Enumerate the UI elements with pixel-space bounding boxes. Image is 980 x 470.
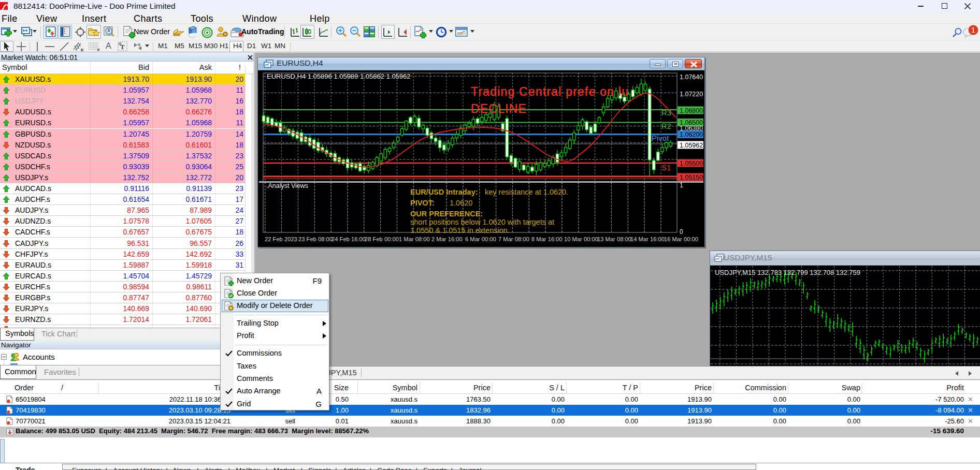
svg-text:key resistance at 1.0620.: key resistance at 1.0620. xyxy=(485,188,568,196)
svg-text:14 Mar 16:00: 14 Mar 16:00 xyxy=(630,236,665,242)
svg-text:1: 1 xyxy=(680,182,683,189)
svg-text:28 Feb 00:00: 28 Feb 00:00 xyxy=(365,236,399,242)
svg-text:short positions below 1.0620 w: short positions below 1.0620 with target… xyxy=(410,218,554,226)
svg-text:OUR PREFERENCE:: OUR PREFERENCE: xyxy=(410,210,483,218)
svg-text:PIVOT:: PIVOT: xyxy=(410,199,435,207)
svg-text:24 Feb 16:00: 24 Feb 16:00 xyxy=(332,236,366,242)
svg-text:R3: R3 xyxy=(661,108,671,117)
svg-text:S1: S1 xyxy=(661,163,671,172)
svg-text:1.06200: 1.06200 xyxy=(680,131,703,138)
svg-text:1.05500: 1.05500 xyxy=(680,160,703,167)
svg-text:2 Mar 16:00: 2 Mar 16:00 xyxy=(431,236,463,242)
svg-text:.Analyst Views: .Analyst Views xyxy=(266,182,308,189)
svg-text:1: 1 xyxy=(971,26,975,34)
svg-text:7 Mar 08:00: 7 Mar 08:00 xyxy=(498,236,529,242)
svg-text:1 Mar 08:00: 1 Mar 08:00 xyxy=(399,236,430,242)
svg-text:1.07640: 1.07640 xyxy=(680,74,703,81)
svg-text:1.0550 & 1.0515 in extension.: 1.0550 & 1.0515 in extension. xyxy=(410,226,510,234)
svg-text:10 Mar 00:00: 10 Mar 00:00 xyxy=(564,236,598,242)
svg-text:F: F xyxy=(97,48,100,52)
svg-text:1.07220: 1.07220 xyxy=(680,91,703,98)
svg-text:Pivot: Pivot xyxy=(652,134,669,142)
svg-text:E: E xyxy=(81,48,84,52)
svg-text:EURUSD,H4 1.05896 1.05989 1.0: EURUSD,H4 1.05896 1.05989 1.05862 1.0596… xyxy=(267,72,411,80)
svg-text:1.06800: 1.06800 xyxy=(680,107,703,114)
svg-text:8 Mar 16:00: 8 Mar 16:00 xyxy=(531,236,563,242)
svg-text:DECLINE: DECLINE xyxy=(471,102,527,115)
svg-text:0: 0 xyxy=(680,228,683,236)
svg-text:R2: R2 xyxy=(661,122,671,130)
svg-text:23 Feb 08:00: 23 Feb 08:00 xyxy=(298,236,333,242)
svg-text:13 Mar 08:00: 13 Mar 08:00 xyxy=(597,236,631,242)
svg-text:6 Mar 00:00: 6 Mar 00:00 xyxy=(465,236,496,242)
svg-text:1.05150: 1.05150 xyxy=(680,174,703,181)
svg-text:22 Feb 2023: 22 Feb 2023 xyxy=(265,236,297,242)
svg-text:USDJPY,M15 132.783 132.799 13: USDJPY,M15 132.783 132.799 132.708 132.7… xyxy=(715,269,860,276)
svg-text:EUR/USD Intraday:: EUR/USD Intraday: xyxy=(410,188,478,196)
svg-text:1.05962: 1.05962 xyxy=(680,142,703,149)
svg-text:16 Mar 00:00: 16 Mar 00:00 xyxy=(664,236,698,242)
svg-text:Trading Central prefe on lu: Trading Central prefe on lu xyxy=(471,85,629,98)
svg-text:1.0620: 1.0620 xyxy=(450,199,472,207)
